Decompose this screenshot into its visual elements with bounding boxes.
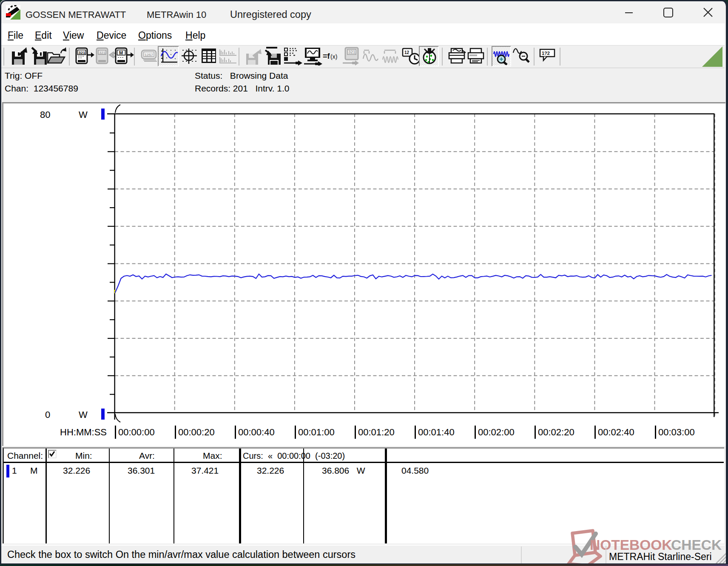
svg-text:NOTEBOOK: NOTEBOOK	[590, 537, 672, 553]
svg-text:CHECK: CHECK	[671, 537, 722, 553]
